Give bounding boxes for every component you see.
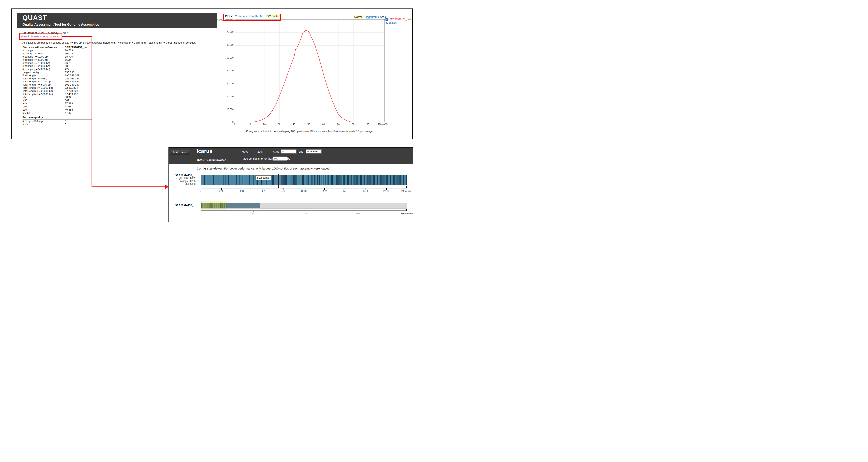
- metric-value: 0: [65, 123, 66, 126]
- x-tick-label: 10: [248, 123, 251, 125]
- table-row: L504779: [23, 105, 92, 108]
- quast-report-panel: QUAST Quality Assessment Tool for Genome…: [11, 8, 413, 139]
- x-tick-label: 0: [234, 123, 235, 125]
- metric-label-text[interactable]: # N's per 100 kbp: [23, 120, 43, 123]
- chart-legend: ✓ SRR21396152_test by contigs: [385, 18, 413, 25]
- table-row: Largest contig335 098: [23, 71, 92, 74]
- viewer-heading-rest: . For better performance, only largest 1…: [222, 167, 330, 170]
- x-tick-label: 90: [367, 123, 369, 125]
- section-header-per-base-quality: Per base quality: [23, 116, 92, 120]
- table-row: # contigs (>= 50000 bp)427: [23, 68, 92, 71]
- metric-value: 49 353: [65, 108, 73, 111]
- metric-label-text[interactable]: N50: [23, 96, 27, 99]
- axis-tick-label: 150: [356, 212, 360, 214]
- start-input[interactable]: [281, 150, 297, 154]
- legend-by-contigs-link[interactable]: by contigs: [385, 21, 397, 25]
- y-tick-label: 50 000: [227, 57, 234, 59]
- metric-label: Total length: [23, 74, 65, 77]
- metric-label-text[interactable]: Largest contig: [23, 71, 39, 74]
- table-row: # contigs (>= 10000 bp)2651: [23, 61, 92, 64]
- axis-tick: [304, 189, 304, 190]
- plots-tab-nx[interactable]: Nx: [260, 14, 264, 18]
- contig-block: [213, 175, 215, 185]
- track2-viewport-contigs: [201, 203, 226, 208]
- metric-label: Largest contig: [23, 71, 65, 74]
- legend-series-name[interactable]: SRR21396152_test: [390, 18, 411, 21]
- page-title: QUAST: [23, 14, 217, 22]
- plots-tab-cumulative-length[interactable]: Cumulative length: [235, 14, 258, 18]
- fade-threshold-input[interactable]: [273, 157, 287, 161]
- metric-label-text: # contigs (>= 10000 bp): [23, 62, 50, 64]
- metric-label-text[interactable]: # contigs: [23, 49, 33, 52]
- table-row: Total length (>= 1000 bp)167 437 937: [23, 80, 92, 83]
- plots-tab-gc-content[interactable]: GC content: [266, 14, 281, 18]
- metric-label-text[interactable]: L50: [23, 105, 27, 108]
- axis-tick-label: 19.66: [363, 190, 369, 192]
- metric-label-text[interactable]: GC (%): [23, 111, 31, 114]
- metric-label: Total length (>= 25000 bp): [23, 90, 65, 93]
- track2-overview-bar[interactable]: [200, 203, 407, 208]
- page-subtitle: Quality Assessment Tool for Genome Assem…: [23, 23, 217, 26]
- contig-block: [200, 175, 203, 185]
- axis-tick: [324, 189, 325, 190]
- axis-tick-label: 4.91: [240, 190, 244, 192]
- contig-block: [222, 175, 223, 185]
- scale-logarithmic-link[interactable]: logarithmic: [366, 15, 379, 19]
- metric-value: 167 437 937: [65, 80, 79, 83]
- page: QUAST Quality Assessment Tool for Genome…: [0, 0, 434, 231]
- track1-n50: N50: 5863: [169, 183, 195, 186]
- axis-tick-label: 9.83: [281, 190, 285, 192]
- contig-block: [244, 175, 245, 185]
- track1-axis: 02.464.917.379.8312.2814.7417.219.6622.1…: [200, 188, 407, 194]
- axis-tick-label: 100: [304, 212, 307, 214]
- scale-normal[interactable]: Normal: [354, 15, 364, 19]
- sort-icon[interactable]: ≡: [62, 46, 65, 49]
- metric-label-text[interactable]: # N's: [23, 123, 28, 126]
- annotation-arrow-head: [165, 185, 168, 189]
- metric-value: 27 889: [65, 102, 73, 105]
- table-row: Total length (>= 0 bp)227 066 234: [23, 77, 92, 80]
- track1-contig-bar[interactable]: [200, 175, 407, 185]
- metric-label-text: L90: [23, 108, 27, 111]
- x-tick-label: 60: [322, 123, 325, 125]
- metric-value: 38 770: [65, 55, 73, 58]
- gc-content-chart[interactable]: [235, 19, 385, 122]
- table-header-row: Statistics without reference ≡ SRR213961…: [23, 44, 92, 49]
- metric-label-text[interactable]: # contigs (>= 0 bp): [23, 52, 44, 55]
- contig-block: [225, 175, 227, 185]
- contig-block: [247, 175, 248, 185]
- table-row: Total length (>= 5000 bp)103 147 247: [23, 83, 92, 86]
- contig-block: [242, 175, 244, 185]
- table-row: # N's0: [23, 123, 92, 126]
- y-tick-label: 10 000: [227, 108, 234, 110]
- fade-label: Fade contigs shorter than: [242, 157, 273, 160]
- legend-checkbox[interactable]: ✓: [385, 18, 389, 21]
- chart-x-axis-labels: 0102030405060708090100% GC: [235, 123, 385, 126]
- contig-block: [219, 175, 220, 185]
- contig-block: [217, 175, 219, 185]
- metric-value: 801: [65, 99, 69, 102]
- quast-link[interactable]: QUAST: [197, 159, 206, 161]
- icarus-subtitle: QUAST Contig Browser: [197, 159, 226, 161]
- y-tick-label: 60 000: [227, 44, 234, 46]
- main-menu-button[interactable]: Main menu: [171, 150, 189, 155]
- axis-tick: [262, 189, 263, 190]
- metric-value: 196 558 069: [65, 74, 79, 77]
- end-input[interactable]: [306, 150, 321, 154]
- contig-block: [228, 175, 230, 185]
- icarus-browser-link[interactable]: View in Icarus contig browser: [21, 35, 59, 38]
- axis-tick: [366, 189, 366, 190]
- metric-label-text[interactable]: Total length: [23, 74, 36, 77]
- metric-label-text[interactable]: Total length (>= 0 bp): [23, 77, 47, 80]
- move-label: Move: [242, 150, 248, 153]
- table-header-assembly[interactable]: SRR21396152_test: [65, 46, 88, 49]
- contig-block: [238, 175, 239, 185]
- axis-tick-label: 14.74: [321, 190, 327, 192]
- axis-tick-label: 17.2: [343, 190, 347, 192]
- contig-position-marker[interactable]: [278, 174, 279, 188]
- axis-tick-label: 7.37: [260, 190, 265, 192]
- axis-tick-label: 24.57 Mbp: [401, 190, 412, 192]
- metric-label-text[interactable]: auN: [23, 102, 27, 105]
- contig-block: [208, 175, 210, 185]
- x-tick-label: 20: [263, 123, 266, 125]
